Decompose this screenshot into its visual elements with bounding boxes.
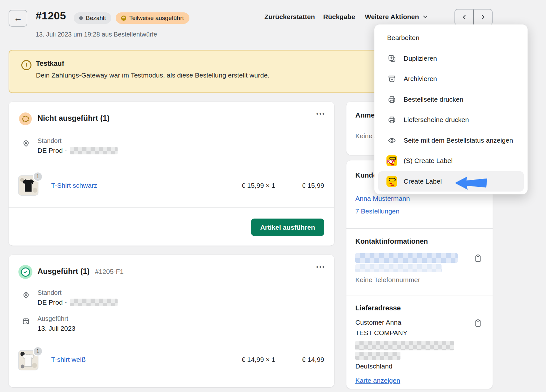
back-button[interactable]: ← — [9, 10, 27, 27]
redacted-email-line2 — [355, 264, 442, 272]
unit-price: € 14,99 × 1 — [242, 356, 275, 363]
section-divider — [346, 228, 493, 229]
redacted-email — [355, 253, 458, 263]
fulfilled-card: Ausgeführt (1)#1205-F1 ••• Standort DE P… — [9, 255, 334, 387]
menu-item-duplicate[interactable]: Duplizieren — [378, 48, 524, 69]
location-value: DE Prod - — [38, 299, 118, 306]
location-label: Standort — [38, 289, 62, 296]
more-actions-button[interactable]: Weitere Aktionen — [365, 13, 428, 21]
chevron-down-icon — [422, 14, 428, 20]
deutsche-post-dev-icon: DEV — [387, 155, 397, 166]
redacted-street — [355, 341, 454, 350]
view-map-link[interactable]: Karte anzeigen — [355, 377, 400, 384]
location-pin-icon — [22, 139, 30, 147]
refund-button[interactable]: Zurückerstatten — [264, 13, 315, 21]
more-actions-menu: Bearbeiten Duplizieren Archivieren Beste… — [374, 24, 528, 194]
location-value: DE Prod - — [38, 147, 118, 154]
banner-message: Dein Zahlungs-Gateway war im Testmodus, … — [36, 71, 270, 79]
quantity-badge: 1 — [33, 346, 43, 356]
page-title: #1205 — [36, 10, 66, 22]
annotation-arrow-icon — [454, 176, 488, 191]
fulfilled-date-label: Ausgeführt — [38, 315, 68, 322]
partial-ring-icon — [121, 16, 126, 21]
location-label: Standort — [38, 137, 62, 145]
fulfillment-ref: #1205-F1 — [95, 268, 124, 275]
warning-icon: ! — [21, 60, 31, 70]
product-link[interactable]: T-shirt weiß — [51, 356, 86, 363]
menu-item-label: Bestellseite drucken — [404, 96, 463, 103]
badge-partial-label: Teilweise ausgeführt — [129, 15, 184, 22]
card-divider — [9, 207, 334, 208]
unit-price: € 15,99 × 1 — [242, 182, 275, 189]
menu-item-print-packing-slips[interactable]: Lieferscheine drucken — [378, 110, 524, 130]
menu-item-label: (S) Create Label — [404, 157, 453, 165]
menu-item-label: Bearbeiten — [387, 34, 420, 42]
card-menu-button[interactable]: ••• — [316, 264, 325, 271]
badge-partially-fulfilled: Teilweise ausgeführt — [116, 12, 189, 24]
customer-orders-link[interactable]: 7 Bestellungen — [355, 207, 399, 215]
menu-item-label: Lieferscheine drucken — [404, 116, 469, 124]
section-divider — [346, 295, 493, 295]
eye-icon — [387, 136, 397, 145]
unfulfilled-card: Nicht ausgeführt (1) ••• Standort DE Pro… — [9, 102, 334, 246]
order-date-subtitle: 13. Juli 2023 um 19:28 aus Bestellentwür… — [36, 31, 157, 38]
customer-name-link[interactable]: Anna Mustermann — [355, 195, 410, 202]
next-order-button[interactable] — [474, 10, 492, 25]
menu-item-view-order-status[interactable]: Seite mit dem Bestellstatus anzeigen — [378, 130, 524, 151]
fulfilled-status-icon — [18, 265, 32, 279]
location-pin-icon — [22, 291, 30, 299]
printer-icon — [387, 115, 397, 124]
fulfill-items-button[interactable]: Artikel ausführen — [251, 219, 324, 236]
quantity-badge: 1 — [33, 172, 43, 182]
fulfilled-title: Ausgeführt (1)#1205-F1 — [38, 267, 124, 276]
banner-title: Testkauf — [36, 59, 64, 68]
menu-item-label: Seite mit dem Bestellstatus anzeigen — [404, 137, 513, 144]
menu-item-edit[interactable]: Bearbeiten — [378, 28, 524, 48]
line-total: € 14,99 — [302, 356, 324, 363]
badge-paid-label: Bezahlt — [86, 15, 106, 22]
menu-item-s-create-label[interactable]: DEV (S) Create Label — [378, 151, 524, 171]
duplicate-icon — [387, 54, 397, 63]
unfulfilled-title: Nicht ausgeführt (1) — [38, 114, 110, 123]
customer-card: Kunde Anna Mustermann 7 Bestellungen Kon… — [346, 160, 493, 389]
menu-item-label: Duplizieren — [404, 55, 437, 62]
copy-address-button[interactable] — [474, 319, 482, 329]
arrow-left-icon: ← — [14, 13, 22, 23]
unfulfilled-status-icon — [19, 112, 32, 125]
deutsche-post-icon — [387, 176, 397, 187]
address-country: Deutschland — [355, 362, 392, 370]
archive-icon — [387, 74, 397, 83]
previous-order-button[interactable] — [455, 10, 474, 25]
order-pager — [454, 9, 493, 25]
address-company: TEST COMPANY — [355, 329, 407, 337]
line-total: € 15,99 — [302, 182, 324, 189]
address-name: Customer Anna — [355, 319, 401, 326]
card-menu-button[interactable]: ••• — [316, 111, 325, 118]
status-badges: Bezahlt Teilweise ausgeführt — [74, 12, 189, 24]
package-check-icon — [22, 317, 30, 325]
menu-item-label: Create Label — [404, 178, 442, 185]
fulfilled-date-value: 13. Juli 2023 — [38, 325, 75, 332]
menu-item-print-order[interactable]: Bestellseite drucken — [378, 89, 524, 110]
product-link[interactable]: T-Shirt schwarz — [51, 182, 97, 189]
customer-title: Kunde — [355, 171, 377, 179]
menu-item-create-label[interactable]: Create Label — [378, 171, 524, 192]
return-button[interactable]: Rückgabe — [323, 13, 355, 21]
badge-paid: Bezahlt — [74, 12, 111, 24]
contact-info-title: Kontaktinformationen — [355, 237, 428, 246]
chevron-right-icon — [480, 14, 487, 21]
printer-icon — [387, 95, 397, 104]
shipping-address-title: Lieferadresse — [355, 304, 401, 312]
redacted-city — [355, 352, 400, 360]
redacted-location — [70, 147, 118, 154]
order-detail-page: ← #1205 Bezahlt Teilweise ausgeführt 13.… — [0, 0, 546, 392]
no-phone-text: Keine Telefonnummer — [355, 276, 420, 284]
more-actions-label: Weitere Aktionen — [365, 13, 419, 21]
copy-email-button[interactable] — [474, 254, 482, 264]
redacted-location — [70, 299, 118, 306]
paid-dot-icon — [79, 16, 83, 20]
svg-text:DEV: DEV — [387, 159, 395, 163]
chevron-left-icon — [461, 14, 468, 21]
menu-item-archive[interactable]: Archivieren — [378, 69, 524, 89]
menu-item-label: Archivieren — [404, 75, 437, 83]
